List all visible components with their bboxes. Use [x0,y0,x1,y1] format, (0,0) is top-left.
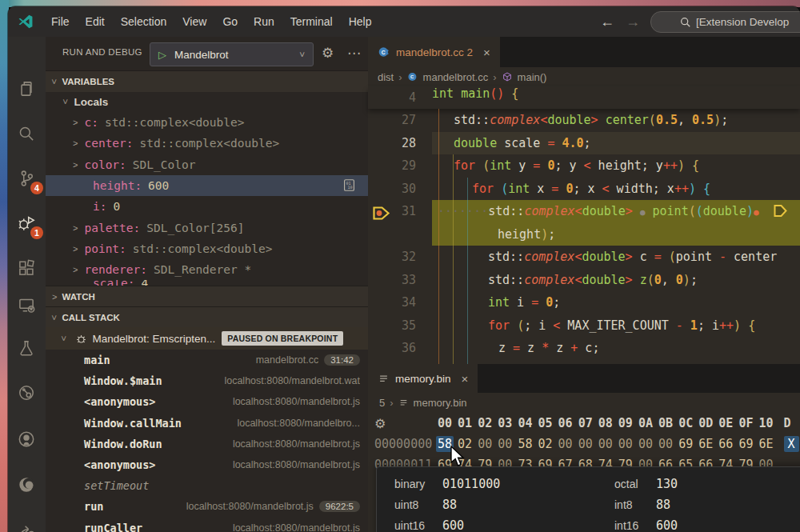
tab-mandelbrot-cc[interactable]: C mandelbrot.cc 2 × [368,37,500,67]
code-line-31[interactable]: 31·······std::complex<double> ● point((d… [368,200,800,223]
hex-byte[interactable]: 00 [617,436,637,452]
menu-go[interactable]: Go [214,6,246,37]
code-line-36[interactable]: 36z = z * z + c; [368,337,800,360]
chevron-collapsed-icon: > [73,244,78,254]
chevron-collapsed-icon: > [73,160,78,170]
watch-section-header[interactable]: > WATCH [46,286,368,307]
activity-item-testing-icon[interactable] [16,338,38,360]
menu-selection[interactable]: Selection [113,6,175,37]
activity-item-edge-tools-icon[interactable] [16,474,38,497]
start-debug-icon[interactable]: ▷ [158,49,166,61]
hex-byte[interactable]: 00 [557,436,577,452]
code-line-32[interactable]: 32std::complex<double> c = (point - cent… [368,246,800,269]
stack-frame--anonymous-[interactable]: <anonymous>localhost:8080/mandelbrot.js [46,454,368,475]
menu-run[interactable]: Run [246,6,282,37]
code-line-33[interactable]: 33std::complex<double> z(0, 0); [368,269,800,292]
menu-edit[interactable]: Edit [78,6,113,37]
hex-byte[interactable]: 00 [657,436,677,452]
hex-col-header: 03 [496,415,516,431]
stack-frame-runcaller[interactable]: runCallerlocalhost:8080/mandelbrot.js [46,518,368,532]
debug-thread-row[interactable]: > Mandelbrot: Emscripten... PAUSED ON BR… [46,327,368,350]
stack-frame-window-$main[interactable]: Window.$mainlocalhost:8080/mandelbrot.wa… [46,370,368,391]
binary-file-icon[interactable]: 0110 [342,178,357,195]
activity-item-live-share-icon[interactable] [16,520,38,532]
activity-item-search-icon[interactable] [16,123,38,146]
inspector-label: octal [614,478,656,490]
sticky-scroll-line[interactable]: 4int main() { [368,86,800,109]
gear-icon[interactable]: ⚙ [322,45,334,62]
variable-row-renderer[interactable]: >renderer:SDL_Renderer * [46,259,368,280]
stack-frame-window-callmain[interactable]: Window.callMainlocalhost:8080/mandelbro.… [46,413,368,434]
hex-byte[interactable]: 00 [637,436,657,452]
code-line-wrap[interactable]: height); [368,223,800,246]
call-stack-section-header[interactable]: > CALL STACK [46,306,368,328]
hex-byte[interactable]: 00 [496,436,516,452]
breadcrumb-item[interactable]: dist [378,71,394,83]
stack-frame-window-dorun[interactable]: Window.doRunlocalhost:8080/mandelbrot.js [46,434,368,454]
inspector-value: 88 [656,498,670,512]
activity-item-github-icon[interactable] [16,429,38,451]
activity-item-run-and-debug-icon[interactable]: 1 [16,213,38,235]
variable-row-palette[interactable]: >palette:SDL_Color[256] [46,217,368,238]
code-text: int i = 0; [432,291,800,314]
code-line-27[interactable]: 27std::complex<double> center(0.5, 0.5); [368,109,800,132]
activity-item-explorer-icon[interactable] [16,78,38,101]
gear-icon[interactable]: ⚙ [374,417,386,430]
breadcrumb-item[interactable]: main() [518,71,547,83]
close-tab-icon[interactable]: × [483,46,490,59]
variable-value: SDL_Color[256] [146,222,244,234]
breadcrumb-item[interactable]: memory.bin [414,397,467,409]
activity-item-source-control-icon[interactable]: 4 [16,168,38,190]
hex-byte[interactable]: 00 [597,436,617,452]
menu-view[interactable]: View [174,6,214,37]
stack-frame--anonymous-[interactable]: <anonymous>localhost:8080/mandelbrot.js [46,391,368,412]
menu-file[interactable]: File [43,6,78,37]
hex-address: 00000000 [368,437,436,451]
hex-byte[interactable]: 00 [476,436,496,452]
stack-frame-settimeout[interactable]: setTimeout [46,475,368,496]
menu-help[interactable]: Help [341,6,380,37]
activity-item-extensions-icon[interactable] [16,258,38,280]
variable-row-color[interactable]: >color:SDL_Color [46,154,368,175]
inspector-label: int16 [614,519,656,532]
variables-section-header[interactable]: > VARIABLES [46,70,368,92]
stack-frame-run[interactable]: runlocalhost:8080/mandelbrot.js9622:5 [46,496,368,517]
back-arrow-icon[interactable]: ← [600,14,614,30]
activity-item-gitlens-icon[interactable] [16,382,38,405]
close-tab-icon[interactable]: × [462,372,469,386]
hex-byte[interactable]: 6E [758,436,778,452]
hex-byte[interactable]: 6E [697,436,717,452]
menu-terminal[interactable]: Terminal [282,6,341,37]
activity-item-remote-explorer-icon[interactable] [16,294,38,317]
breadcrumb-item[interactable]: mandelbrot.cc [423,71,489,83]
code-line-29[interactable]: 29for (int y = 0; y < height; y++) { [368,154,800,178]
launch-config-dropdown[interactable]: ▷ Mandelbrot > [150,42,314,66]
hex-byte[interactable]: 00 [577,436,597,452]
more-actions-icon[interactable]: ⋯ [347,45,361,62]
variable-row-c[interactable]: >c:std::complex<double> [46,112,368,133]
command-center-search[interactable]: [Extension Develop [650,11,800,33]
forward-arrow-icon[interactable]: → [626,14,640,30]
stack-frame-main[interactable]: mainmandelbrot.cc31:42 [46,350,368,370]
hex-byte[interactable]: 66 [717,436,737,452]
variable-row-center[interactable]: >center:std::complex<double> [46,133,368,154]
tab-memory-bin[interactable]: memory.bin × [368,364,478,393]
cpp-file-icon: C [407,71,418,83]
code-line-35[interactable]: 35for (; i < MAX_ITER_COUNT - 1; i++) { [368,314,800,338]
code-line-30[interactable]: 30for (int x = 0; x < width; x++) { [368,178,800,201]
hex-byte[interactable]: 69 [737,436,757,452]
code-line-28[interactable]: 28double scale = 4.0; [368,132,800,155]
code-text: std::complex<double> z(0, 0); [432,269,800,292]
decoded-char[interactable]: X [784,436,799,452]
code-editor[interactable]: 27std::complex<double> center(0.5, 0.5);… [368,109,800,364]
hex-byte[interactable]: 58 [516,436,536,452]
locals-scope-row[interactable]: > Locals [46,91,368,112]
hex-byte[interactable]: 69 [677,436,697,452]
variable-row-i[interactable]: i:0 [46,196,368,217]
variable-row-height[interactable]: height:6000110 [46,175,368,196]
variable-row-point[interactable]: >point:std::complex<double> [46,238,368,259]
breadcrumb-separator: › [398,71,402,83]
breadcrumb-item[interactable]: 5 [379,397,385,409]
code-line-34[interactable]: 34int i = 0; [368,291,800,314]
hex-byte[interactable]: 02 [536,436,556,452]
